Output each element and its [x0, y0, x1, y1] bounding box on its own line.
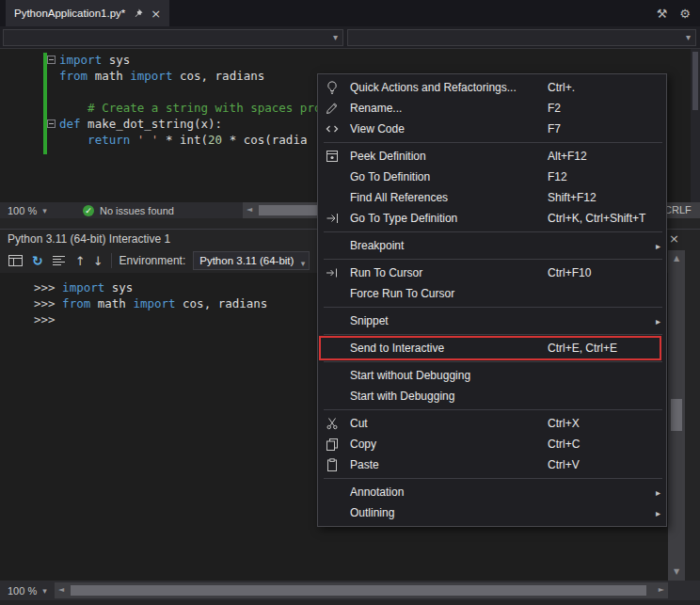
pin-icon[interactable] [132, 8, 144, 20]
menu-item-shortcut: F12 [548, 170, 666, 183]
code-token: cos, radians [176, 296, 268, 310]
history-next-icon[interactable]: ↓ [93, 255, 103, 267]
code-token: cos, radians [172, 69, 264, 83]
code-token: from [59, 69, 88, 83]
code-token: >>> [34, 280, 62, 295]
menu-item-annotation[interactable]: Annotation▸ [318, 482, 666, 502]
member-navigation-dropdown[interactable]: ▾ [347, 29, 696, 46]
go-to-type-definition-icon [318, 211, 346, 226]
code-token: 20 [208, 133, 222, 147]
code-line [59, 84, 342, 100]
menu-item-shortcut: F2 [548, 102, 666, 115]
scrollbar-thumb[interactable] [692, 52, 698, 110]
history-previous-icon[interactable]: ↑ [75, 255, 86, 267]
code-token: >>> [34, 296, 62, 310]
menu-item-shortcut: Ctrl+K, Ctrl+Shift+T [548, 212, 666, 225]
menu-item-start-with-debugging[interactable]: Start with Debugging [318, 386, 666, 406]
menu-item-copy[interactable]: CopyCtrl+C [318, 434, 666, 454]
menu-item-label: Start without Debugging [346, 369, 548, 382]
menu-item-label: Outlining [346, 506, 548, 519]
document-health-indicator[interactable]: ✓ No issues found [83, 203, 174, 217]
interactive-code-lines: >>> import sys>>> from math import cos, … [34, 279, 267, 327]
scroll-up-icon[interactable]: ▲ [668, 255, 685, 263]
menu-item-outlining[interactable]: Outlining▸ [318, 502, 666, 523]
menu-item-go-to-type-definition[interactable]: Go To Type DefinitionCtrl+K, Ctrl+Shift+… [318, 208, 666, 229]
menu-item-cut[interactable]: CutCtrl+X [318, 413, 666, 434]
zoom-value: 100 % [8, 585, 37, 597]
type-navigation-dropdown[interactable]: ▾ [3, 29, 343, 46]
menu-item-shortcut: Ctrl+X [548, 417, 666, 430]
menu-separator [324, 334, 662, 335]
panel-close-icon[interactable]: × [669, 231, 679, 246]
menu-item-snippet[interactable]: Snippet▸ [318, 310, 666, 331]
menu-item-rename[interactable]: Rename...F2 [318, 98, 666, 119]
menu-item-shortcut: Ctrl+E, Ctrl+E [548, 342, 666, 355]
menu-item-label: Rename... [346, 102, 548, 115]
editor-vertical-scrollbar[interactable] [691, 49, 700, 202]
code-line: >>> import sys [34, 279, 267, 295]
rename-icon [318, 101, 346, 116]
run-to-cursor-icon [318, 265, 346, 280]
interactive-vertical-scrollbar[interactable]: ▲ ▼ [668, 250, 685, 581]
toolbar-separator [111, 253, 112, 268]
reset-session-icon[interactable]: ↻ [32, 254, 43, 267]
editor-zoom-control[interactable]: 100 % ▾ [8, 203, 47, 217]
submenu-arrow-icon: ▸ [651, 241, 666, 251]
clear-screen-icon[interactable] [51, 253, 68, 268]
code-token: import [59, 53, 102, 67]
menu-item-label: Annotation [346, 486, 548, 499]
tab-title: PythonApplication1.py* [14, 8, 125, 19]
scroll-down-icon[interactable]: ▼ [668, 568, 685, 576]
code-token [59, 133, 88, 147]
code-token: * cos(radia [222, 133, 307, 147]
menu-item-force-run-to-cursor[interactable]: Force Run To Cursor [318, 283, 666, 304]
menu-item-run-to-cursor[interactable]: Run To CursorCtrl+F10 [318, 263, 666, 283]
copy-icon [318, 437, 346, 452]
code-token: # Create a string with spaces propor [59, 101, 342, 115]
menu-separator [324, 361, 662, 362]
gear-icon[interactable]: ⚙ [679, 7, 691, 21]
menu-item-start-without-debugging[interactable]: Start without Debugging [318, 365, 666, 386]
navigation-bar: ▾ ▾ [0, 26, 700, 49]
tab-active-document[interactable]: PythonApplication1.py* × [6, 0, 169, 26]
menu-item-peek-definition[interactable]: Peek DefinitionAlt+F12 [318, 146, 666, 167]
tools-icon[interactable]: ⚒ [657, 7, 668, 21]
menu-item-paste[interactable]: PasteCtrl+V [318, 454, 666, 475]
scrollbar-thumb[interactable] [671, 399, 682, 431]
code-fold-toggle[interactable] [47, 119, 56, 128]
code-token: sys [104, 280, 133, 295]
environment-combobox[interactable]: Python 3.11 (64-bit) ▾ [193, 251, 310, 270]
menu-item-view-code[interactable]: View CodeF7 [318, 119, 666, 139]
scroll-right-icon[interactable]: ► [659, 586, 664, 594]
menu-item-find-all-references[interactable]: Find All ReferencesShift+F12 [318, 187, 666, 208]
menu-item-go-to-definition[interactable]: Go To DefinitionF12 [318, 167, 666, 187]
chevron-down-icon: ▾ [42, 586, 47, 596]
menu-item-quick-actions-and-refactorings[interactable]: Quick Actions and Refactorings...Ctrl+. [318, 77, 666, 98]
scrollbar-thumb[interactable] [71, 585, 646, 596]
menu-item-breakpoint[interactable]: Breakpoint▸ [318, 235, 666, 256]
menu-item-label: Send to Interactive [346, 342, 548, 355]
code-token: >>> [34, 312, 56, 326]
code-token: return [88, 133, 130, 147]
interactive-window-icon[interactable] [8, 253, 24, 268]
menu-item-shortcut: Ctrl+. [548, 81, 666, 94]
menu-item-label: Go To Type Definition [346, 212, 548, 225]
menu-separator [324, 478, 662, 479]
check-icon: ✓ [83, 205, 94, 216]
tab-close-icon[interactable]: × [151, 8, 161, 20]
code-fold-toggle[interactable] [47, 56, 56, 64]
menu-separator [324, 142, 662, 143]
menu-item-label: Find All References [346, 191, 548, 204]
menu-separator [324, 409, 662, 410]
scroll-left-icon[interactable]: ◄ [247, 206, 252, 214]
chevron-down-icon: ▾ [686, 32, 691, 42]
menu-item-send-to-interactive[interactable]: Send to InteractiveCtrl+E, Ctrl+E [318, 338, 666, 358]
context-menu-items: Quick Actions and Refactorings...Ctrl+.R… [318, 77, 666, 523]
menu-item-label: Quick Actions and Refactorings... [346, 81, 548, 94]
interactive-horizontal-scrollbar[interactable]: ◄ ► [55, 582, 668, 598]
menu-item-shortcut: Ctrl+C [548, 438, 666, 451]
scroll-left-icon[interactable]: ◄ [58, 586, 64, 594]
interactive-zoom-control[interactable]: 100 % ▾ [8, 583, 47, 597]
code-token: make_dot_string(x): [81, 117, 223, 131]
menu-item-label: Start with Debugging [346, 390, 548, 403]
